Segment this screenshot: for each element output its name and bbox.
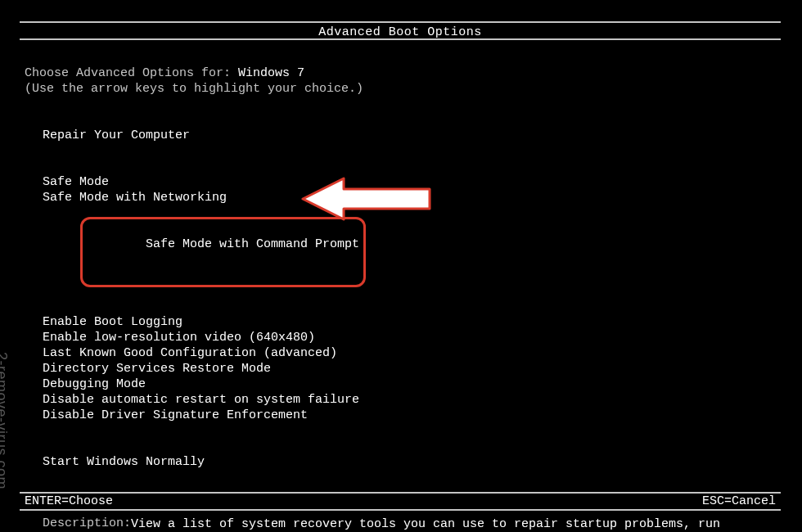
description-label: Description:: [43, 516, 131, 532]
menu-group-normal: Start Windows Normally: [25, 454, 777, 470]
title-bar: Advanced Boot Options: [20, 21, 781, 40]
main-content: Choose Advanced Options for: Windows 7 (…: [25, 65, 777, 532]
highlight-annotation: [80, 217, 366, 287]
menu-repair-computer[interactable]: Repair Your Computer: [43, 128, 777, 143]
menu-disable-auto-restart[interactable]: Disable automatic restart on system fail…: [43, 392, 777, 408]
description-block: Description: View a list of system recov…: [25, 516, 777, 532]
menu-group-repair: Repair Your Computer: [25, 128, 777, 143]
menu-safe-mode-command-prompt[interactable]: Safe Mode with Command Prompt: [43, 205, 777, 299]
description-text: View a list of system recovery tools you…: [131, 516, 777, 532]
hint-line: (Use the arrow keys to highlight your ch…: [25, 81, 777, 97]
watermark-text: 2-remove-virus.com: [0, 352, 10, 489]
os-name: Windows 7: [238, 66, 304, 80]
menu-disable-driver-sig[interactable]: Disable Driver Signature Enforcement: [43, 408, 777, 423]
menu-group-advanced: Enable Boot Logging Enable low-resolutio…: [25, 314, 777, 423]
menu-start-normally[interactable]: Start Windows Normally: [43, 454, 777, 470]
menu-debugging-mode[interactable]: Debugging Mode: [43, 376, 777, 392]
footer-enter: ENTER=Choose: [25, 494, 113, 508]
menu-safe-mode-command-prompt-label: Safe Mode with Command Prompt: [146, 237, 359, 251]
choose-prefix: Choose Advanced Options for:: [25, 66, 238, 80]
menu-directory-services-restore[interactable]: Directory Services Restore Mode: [43, 361, 777, 376]
choose-line: Choose Advanced Options for: Windows 7: [25, 65, 777, 81]
menu-group-safemode: Safe Mode Safe Mode with Networking Safe…: [25, 174, 777, 299]
menu-low-res-video[interactable]: Enable low-resolution video (640x480): [43, 330, 777, 345]
menu-safe-mode-networking[interactable]: Safe Mode with Networking: [43, 190, 777, 205]
menu-enable-boot-logging[interactable]: Enable Boot Logging: [43, 314, 777, 330]
footer-bar: ENTER=Choose ESC=Cancel: [20, 492, 781, 511]
menu-last-known-good[interactable]: Last Known Good Configuration (advanced): [43, 345, 777, 361]
screen-title: Advanced Boot Options: [318, 25, 482, 39]
footer-esc: ESC=Cancel: [702, 494, 776, 508]
menu-safe-mode[interactable]: Safe Mode: [43, 174, 777, 190]
